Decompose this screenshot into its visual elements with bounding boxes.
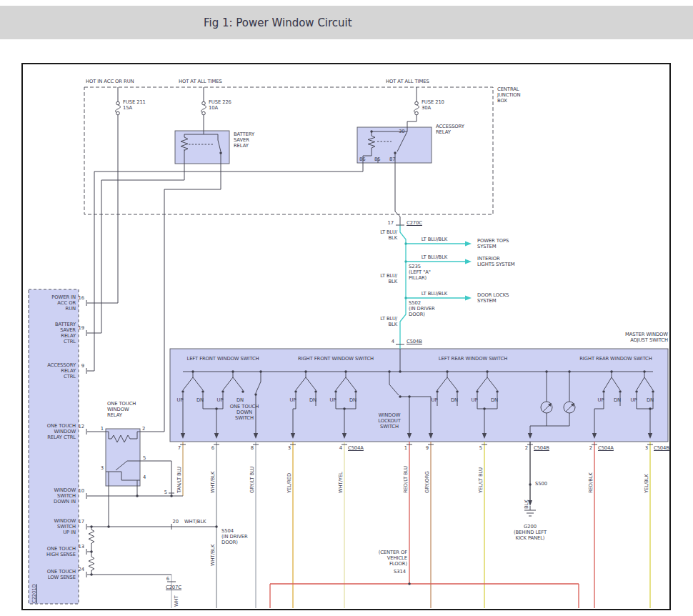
dn-label: DN [236,397,244,403]
battery-saver-relay-label: BATTERY SAVER RELAY [234,131,254,149]
relay-pin-30: 30 [399,129,404,134]
section-right-front: RIGHT FRONT WINDOW SWITCH [298,356,374,362]
wire-label-tan-lt-blu: TAN/LT BLU [176,467,182,493]
accessory-relay-label: ACCESSORY RELAY [436,124,464,135]
pin-7: 7 [178,445,181,451]
pin-2: 2 [525,445,528,451]
ecu-pin-num-10: 10 [79,488,84,494]
pin-9: 9 [426,445,429,451]
up-label: UP [217,397,224,403]
wire-label-ltblublk-1: LT BLU/ BLK [380,229,397,241]
up-label: UP [472,397,478,403]
ecu-pin-num-17: 17 [79,519,84,525]
fuse-210-icon [415,101,419,105]
otr-pin-2: 2 [142,426,145,432]
ecu-pin-num-12: 12 [79,424,84,429]
wire-label-yel-lt-blu: YEL/LT BLU [478,467,484,493]
ecu-pin-num-16: 16 [79,295,84,301]
pin-6: 6 [211,445,214,451]
master-window-switch-box [170,349,668,442]
dn-label: DN [196,397,204,403]
central-junction-box-label: CENTRAL JUNCTION BOX [497,86,521,104]
up-label: UP [177,397,184,403]
dn-label: DN [491,397,498,403]
dn-label: DN [614,397,621,403]
otr-pin-3: 3 [101,465,104,471]
ground-g200-label: G200 (BEHIND LEFT KICK PANEL) [514,524,547,541]
pin-8: 8 [251,445,254,451]
wiring-diagram-page: Fig 1: Power Window Circuit [0,0,693,616]
wire-label-ltblublk-2: LT BLU/ BLK [380,273,397,284]
splice-s314-label: S314 [394,569,406,575]
one-touch-relay-label: ONE TOUCH WINDOW RELAY [107,401,136,418]
section-left-front: LEFT FRONT WINDOW SWITCH [186,356,259,362]
connector-c2201d: C2201D [31,584,37,603]
ecu-pin-num-9: 9 [81,363,84,369]
ecu-pin-label-13: ONE TOUCH HIGH SENSE [46,546,76,557]
wire-label-red-blk: RED/BLK [588,472,594,493]
dn-label: DN [309,397,316,403]
one-touch-down-switch-label: ONE TOUCH DOWN SWITCH [230,404,259,421]
fuse-226-label: FUSE 226 10A [209,99,231,111]
hot-in-acc-label: HOT IN ACC OR RUN [86,79,134,84]
ecu-pin-num-19: 19 [79,325,84,331]
dn-label: DN [349,397,357,403]
otr-pin-4: 4 [143,475,146,480]
wire-label-ltblublk-3: LT BLU/ BLK [380,316,397,327]
connector-c207c: C207C [166,585,181,590]
wire-label-wht-yel: WHT/YEL [338,472,344,493]
hot-at-all-times-label-2: HOT AT ALL TIMES [386,79,429,84]
splice-pin-5: 5 [164,490,167,495]
ecu-pin-label-16: POWER IN ACC OR RUN [51,294,76,312]
wire-label-yel-red: YEL/RED [286,473,292,493]
c207c-pin-6: 6 [166,576,169,582]
splice-s500-label: S500 [535,481,547,487]
wht-blk-horizontal-label: WHT/BLK [184,519,206,525]
fuse-211-label: FUSE 211 15A [123,99,146,111]
up-label: UP [432,397,438,403]
dn-label: DN [647,397,654,403]
ecu-pin-label-12: ONE TOUCH WINDOW RELAY CTRL [47,423,76,440]
splice-s235-label: S235 (LEFT "A" PILLAR) [409,264,431,281]
connector-c504b-2: C504B [654,445,669,451]
up-label: UP [290,397,296,403]
branch-label-3: LT BLU/BLK [422,291,447,297]
connector-c504a-2: C504A [598,445,614,451]
otr-pin-1: 1 [101,426,104,432]
branch-label-1: LT BLU/BLK [422,237,447,242]
schematic-canvas [0,0,693,616]
wire-label-gry-lt-blu: GRY/LT BLU [249,467,255,493]
wire-label-wht-blk: WHT/BLK [210,472,216,493]
wire-label-red-lt-blu: RED/LT BLU [403,466,409,493]
ecu-pin-label-10: WINDOW SWITCH DOWN IN [54,487,76,505]
pin-1: 1 [404,445,407,451]
door-locks-system-label: DOOR LOCKS SYSTEM [477,292,509,304]
ecu-pin-label-19: BATTERY SAVER RELAY CTRL [55,322,76,344]
connector-c270c: C270C [407,220,422,226]
wire-label-blk: BLK [524,500,529,509]
interior-lights-system-label: INTERIOR LIGHTS SYSTEM [477,256,515,267]
ecu-pin-label-9: ACCESSORY RELAY CTRL [47,362,76,379]
wire-label-yel-blk: YEL/BLK [644,474,649,493]
up-label: UP [631,397,637,403]
section-left-rear: LEFT REAR WINDOW SWITCH [439,356,507,362]
splice-s504-label: S504 (IN DRIVER DOOR) [221,528,248,545]
ecu-pin-num-24: 24 [79,567,84,572]
fuse-211-icon [116,101,120,105]
c504b-pin-4: 4 [392,339,394,344]
pin-3: 3 [288,445,291,451]
c270c-pin-17: 17 [388,220,394,226]
pin-5: 5 [479,445,482,451]
window-lockout-switch-label: WINDOW LOCKOUT SWITCH [378,412,401,429]
ecu-pin-num-13: 13 [79,544,84,550]
pin-2b: 2 [589,445,592,451]
connector-c504b-top: C504B [407,339,422,344]
splice-pin-20: 20 [173,519,179,525]
branch-label-2: LT BLU/BLK [422,254,447,260]
one-touch-window-relay-box [106,429,140,486]
diagram-frame [22,64,670,610]
relay-pin-87: 87 [389,157,395,162]
up-label: UP [330,397,336,403]
s314-location-label: (CENTER OF VEHICLE FLOOR) [379,550,407,567]
pin-4: 4 [339,445,342,451]
